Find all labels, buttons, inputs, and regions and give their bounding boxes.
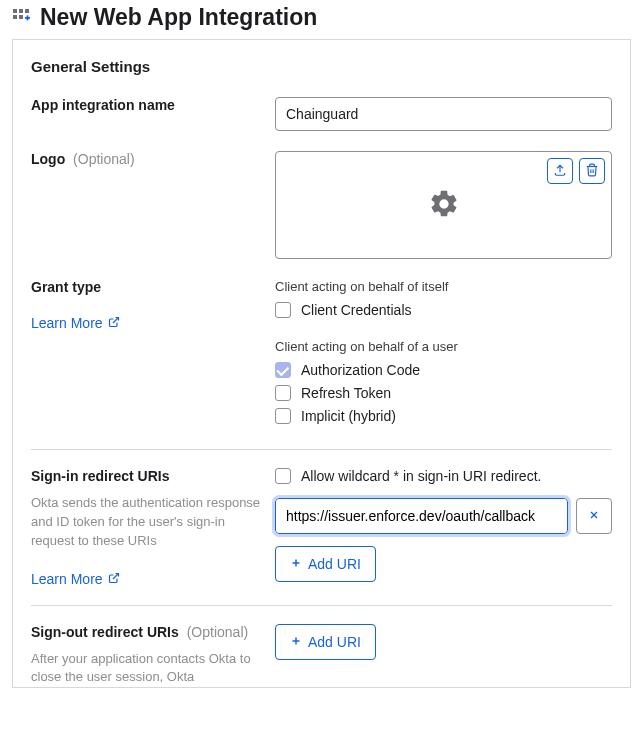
upload-logo-button[interactable] [547, 158, 573, 184]
svg-rect-3 [13, 15, 17, 19]
plus-icon [290, 634, 302, 650]
page-header: New Web App Integration [0, 0, 643, 39]
svg-line-9 [113, 573, 119, 579]
signout-help-text: After your application contacts Okta to … [31, 650, 265, 688]
add-signout-uri-button[interactable]: Add URI [275, 624, 376, 660]
external-link-icon [108, 315, 120, 331]
svg-rect-6 [27, 15, 29, 20]
signin-uris-row: Sign-in redirect URIs Okta sends the aut… [31, 468, 612, 587]
app-name-input[interactable] [275, 97, 612, 131]
signin-learn-more-link[interactable]: Learn More [31, 571, 120, 587]
plus-icon [290, 556, 302, 572]
signin-label: Sign-in redirect URIs [31, 468, 169, 484]
app-grid-icon [12, 8, 32, 28]
trash-icon [585, 163, 599, 180]
svg-rect-2 [25, 9, 29, 13]
logo-upload-box[interactable] [275, 151, 612, 259]
delete-logo-button[interactable] [579, 158, 605, 184]
signout-uris-row: Sign-out redirect URIs (Optional) After … [31, 624, 612, 688]
svg-rect-0 [13, 9, 17, 13]
grant-type-row: Grant type Learn More Client acting on b… [31, 279, 612, 431]
grant-learn-more-link[interactable]: Learn More [31, 315, 120, 331]
divider [31, 449, 612, 450]
logo-label: Logo [31, 151, 65, 167]
remove-uri-button[interactable] [576, 498, 612, 534]
close-icon [588, 509, 600, 524]
client-credentials-checkbox[interactable] [275, 302, 291, 318]
svg-rect-4 [19, 15, 23, 19]
external-link-icon [108, 571, 120, 587]
svg-rect-1 [19, 9, 23, 13]
app-name-label: App integration name [31, 97, 175, 113]
page-title: New Web App Integration [40, 4, 317, 31]
wildcard-checkbox[interactable] [275, 468, 291, 484]
optional-text: (Optional) [73, 151, 134, 167]
signout-label: Sign-out redirect URIs [31, 624, 179, 640]
signin-uri-input[interactable] [276, 499, 567, 533]
grant-self-section: Client acting on behalf of itself [275, 279, 612, 294]
gear-icon [428, 188, 460, 223]
auth-code-checkbox[interactable] [275, 362, 291, 378]
refresh-token-checkbox[interactable] [275, 385, 291, 401]
logo-row: Logo (Optional) [31, 151, 612, 259]
signin-help-text: Okta sends the authentication response a… [31, 494, 265, 551]
wildcard-label: Allow wildcard * in sign-in URI redirect… [301, 468, 541, 484]
divider [31, 605, 612, 606]
optional-text: (Optional) [187, 624, 248, 640]
implicit-checkbox[interactable] [275, 408, 291, 424]
grant-user-section: Client acting on behalf of a user [275, 339, 612, 354]
refresh-token-label: Refresh Token [301, 385, 391, 401]
grant-type-label: Grant type [31, 279, 101, 295]
add-signin-uri-button[interactable]: Add URI [275, 546, 376, 582]
app-name-row: App integration name [31, 97, 612, 131]
client-credentials-label: Client Credentials [301, 302, 412, 318]
section-title: General Settings [31, 58, 612, 75]
implicit-label: Implicit (hybrid) [301, 408, 396, 424]
general-settings-panel: General Settings App integration name Lo… [12, 39, 631, 688]
auth-code-label: Authorization Code [301, 362, 420, 378]
svg-line-8 [113, 318, 119, 324]
upload-icon [553, 163, 567, 180]
